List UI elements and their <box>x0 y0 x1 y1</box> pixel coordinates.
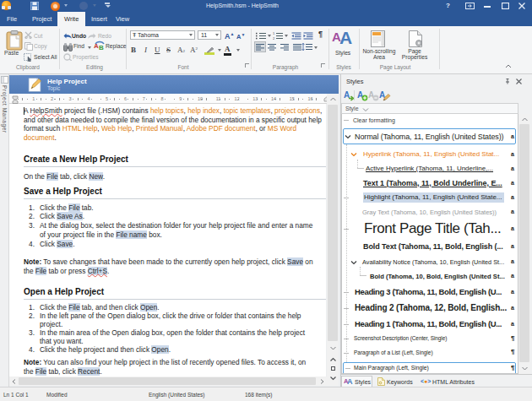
svg-text:1: 1 <box>273 32 275 35</box>
svg-text:2: 2 <box>273 36 275 40</box>
